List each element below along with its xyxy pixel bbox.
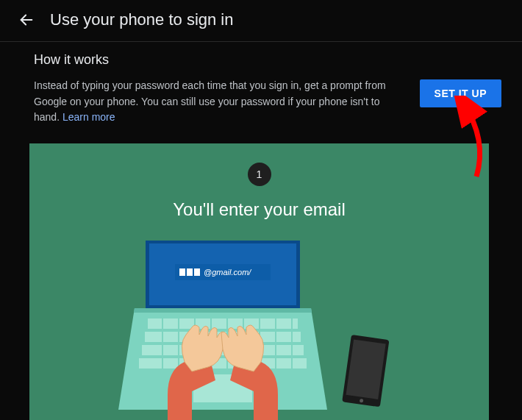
svg-marker-8 bbox=[134, 308, 312, 313]
page-title: Use your phone to sign in bbox=[50, 10, 234, 29]
section-description: Instead of typing your password each tim… bbox=[34, 78, 404, 126]
email-placeholder-text: @gmail.com/ bbox=[204, 268, 251, 277]
step-title: You'll enter your email bbox=[29, 199, 489, 220]
illustration: @gmail.com/ bbox=[105, 241, 414, 420]
back-button[interactable] bbox=[18, 11, 35, 29]
laptop-hands-phone-illustration: @gmail.com/ bbox=[105, 241, 414, 420]
set-it-up-button[interactable]: SET IT UP bbox=[420, 79, 501, 107]
step-number-badge: 1 bbox=[248, 163, 271, 186]
step-card: 1 You'll enter your email @gmail.com/ bbox=[29, 143, 489, 420]
svg-rect-4 bbox=[179, 268, 185, 276]
learn-more-link[interactable]: Learn more bbox=[62, 111, 115, 123]
svg-rect-5 bbox=[187, 268, 193, 276]
content-area: How it works Instead of typing your pass… bbox=[0, 42, 522, 420]
svg-rect-12 bbox=[139, 358, 307, 369]
svg-rect-6 bbox=[194, 268, 200, 276]
page-header: Use your phone to sign in bbox=[0, 0, 522, 42]
intro-row: Instead of typing your password each tim… bbox=[34, 78, 501, 126]
section-title: How it works bbox=[34, 52, 501, 68]
arrow-left-icon bbox=[18, 12, 35, 28]
